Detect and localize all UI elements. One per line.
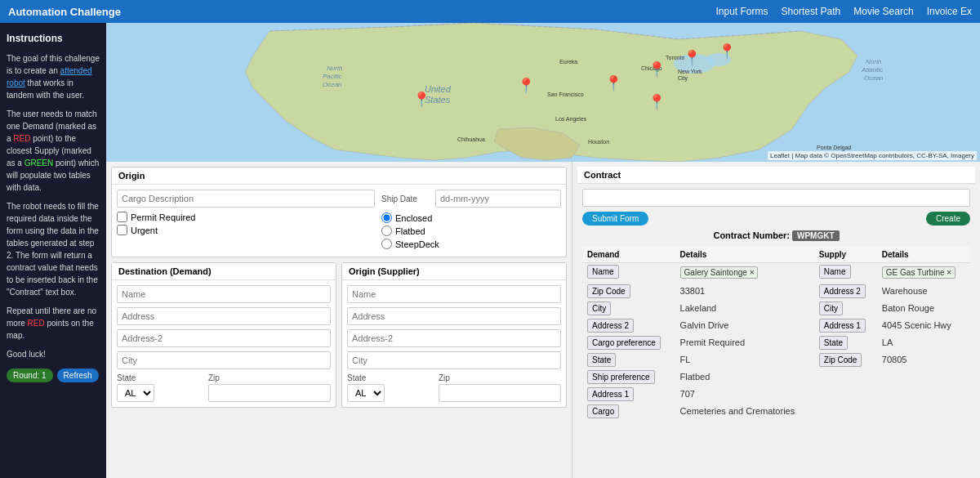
contract-number-badge: WPMGKT <box>792 230 840 241</box>
flatbed-label: Flatbed <box>395 226 425 236</box>
supplier-name-input[interactable] <box>347 285 561 303</box>
attended-robot-link[interactable]: attended robot <box>7 66 92 87</box>
demand-tag-badge[interactable]: Galery Saintonge × <box>680 266 759 279</box>
ship-date-input[interactable] <box>435 190 561 208</box>
table-row: Zip Code33801Address 2Warehouse <box>582 283 970 300</box>
red-label-2: RED <box>28 319 45 328</box>
main-layout: Instructions The goal of this challenge … <box>0 23 980 478</box>
demand-col-header: Demand <box>582 247 675 263</box>
dest-state-select[interactable]: AL <box>117 384 154 402</box>
nav-shortest-path[interactable]: Shortest Path <box>782 6 841 17</box>
table-row: Address 2Galvin DriveAddress 14045 Sceni… <box>582 317 970 334</box>
demand-label-cell: Address 1 <box>582 386 675 403</box>
map-svg: United States North Pacific Ocean North … <box>106 23 980 162</box>
two-col-forms: Destination (Demand) <box>111 262 567 408</box>
sidebar: Instructions The goal of this challenge … <box>0 23 106 478</box>
create-button[interactable]: Create <box>926 212 970 226</box>
supply-label-cell: Address 1 <box>814 317 877 334</box>
map-pin-green-3[interactable]: 📍 <box>648 95 666 109</box>
svg-text:North: North <box>866 58 882 65</box>
sidebar-para1: The goal of this challenge is to create … <box>7 52 100 101</box>
dest-address-input[interactable] <box>117 307 331 325</box>
supply-field-label: City <box>819 302 843 315</box>
map-area: United States North Pacific Ocean North … <box>106 23 980 162</box>
supply-label-cell: Zip Code <box>814 351 877 369</box>
dest-zip-input[interactable] <box>208 384 331 402</box>
map-pin-green-2[interactable]: 📍 <box>517 78 535 93</box>
permit-required-checkbox[interactable] <box>117 212 127 222</box>
contract-number-label: Contract Number: <box>713 230 790 240</box>
supply-label-cell: Address 2 <box>814 283 877 300</box>
demand-label-cell: Zip Code <box>582 283 675 300</box>
origin-panel: Origin Permit Required <box>111 167 567 257</box>
red-label-1: RED <box>13 134 30 143</box>
enclosed-radio[interactable] <box>381 212 392 223</box>
steepdeck-radio[interactable] <box>381 239 392 249</box>
table-row: CargoCemeteries and Crematories <box>582 403 970 420</box>
app-title: Automation Challenge <box>8 6 121 18</box>
dest-name-input[interactable] <box>117 285 331 303</box>
supply-label-cell: City <box>814 300 877 317</box>
contract-body: Submit Form Create Contract Number: WPMG… <box>577 184 975 425</box>
round-button[interactable]: Round: 1 <box>7 369 53 382</box>
supply-value-cell: 4045 Scenic Hwy <box>877 317 970 334</box>
top-nav: Automation Challenge Input Forms Shortes… <box>0 0 980 23</box>
sidebar-para2: The user needs to match one Demand (mark… <box>7 108 100 194</box>
urgent-checkbox[interactable] <box>117 225 127 235</box>
map-pin-red-2[interactable]: 📍 <box>648 62 666 77</box>
supplier-address2-input[interactable] <box>347 329 561 347</box>
origin-supplier-panel: Origin (Supplier) <box>341 262 567 408</box>
svg-text:Eureka: Eureka <box>559 59 577 65</box>
supply-label-cell: State <box>814 334 877 351</box>
supply-field-label: State <box>819 336 848 350</box>
demand-value-cell: Premit Required <box>675 334 814 351</box>
map-pin-red-4[interactable]: 📍 <box>718 44 736 59</box>
supplier-zip-group: Zip <box>439 373 561 402</box>
demand-label-cell: Cargo preference <box>582 334 675 351</box>
demand-value-cell: Galery Saintonge × <box>675 263 814 283</box>
demand-field-label: Address 1 <box>587 387 634 401</box>
dest-address2-input[interactable] <box>117 329 331 347</box>
demand-field-label: Cargo <box>587 404 619 418</box>
nav-invoice-ex[interactable]: Invoice Ex <box>927 6 972 17</box>
supplier-zip-input[interactable] <box>439 384 561 402</box>
green-label-1: GREEN <box>24 159 54 168</box>
supplier-state-label: State <box>347 373 434 382</box>
table-row: StateFLZip Code70805 <box>582 351 970 369</box>
supplier-city-input[interactable] <box>347 351 561 369</box>
cargo-description-input[interactable] <box>117 190 375 208</box>
dest-city-input[interactable] <box>117 351 331 369</box>
nav-links: Input Forms Shortest Path Movie Search I… <box>716 6 972 17</box>
demand-field-label: City <box>587 302 611 315</box>
destination-body: State AL Zip <box>112 280 336 407</box>
svg-text:Atlantic: Atlantic <box>861 66 883 74</box>
supply-value-cell: Baton Rouge <box>877 300 970 317</box>
nav-input-forms[interactable]: Input Forms <box>716 6 768 17</box>
svg-text:Ocean: Ocean <box>323 81 342 88</box>
map-pin-red-1[interactable]: 📍 <box>604 76 622 91</box>
steepdeck-label: SteepDeck <box>395 239 439 249</box>
map-pin-green-1[interactable]: 📍 <box>412 92 430 107</box>
table-row: Address 1707 <box>582 386 970 403</box>
demand-value-cell: Flatbed <box>675 369 814 386</box>
contract-search-input[interactable] <box>582 189 970 207</box>
supplier-state-select[interactable]: AL <box>347 384 385 402</box>
origin-body: Permit Required Urgent Ship Date <box>112 185 566 257</box>
demand-label-cell: Ship preference <box>582 369 675 386</box>
svg-text:Houston: Houston <box>588 139 609 145</box>
svg-text:North: North <box>327 65 343 72</box>
ship-date-label: Ship Date <box>381 194 430 203</box>
demand-label-cell: City <box>582 300 675 317</box>
supply-tag-badge[interactable]: GE Gas Turbine × <box>882 266 956 279</box>
sidebar-goodluck: Good luck! <box>7 348 100 360</box>
supplier-address-input[interactable] <box>347 307 561 325</box>
nav-movie-search[interactable]: Movie Search <box>853 6 913 17</box>
demand-field-label: State <box>587 353 616 367</box>
map-pin-red-3[interactable]: 📍 <box>683 51 701 65</box>
refresh-button[interactable]: Refresh <box>57 369 99 382</box>
contract-search-row <box>582 189 970 207</box>
flatbed-radio[interactable] <box>381 226 392 236</box>
svg-text:Ocean: Ocean <box>864 74 884 82</box>
demand-value-cell: FL <box>675 351 814 369</box>
submit-form-button[interactable]: Submit Form <box>582 212 648 226</box>
